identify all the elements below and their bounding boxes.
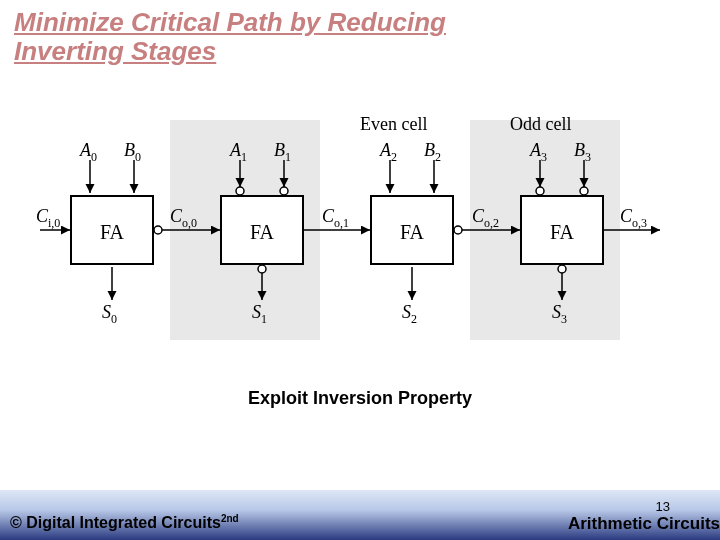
signal-a2: A2: [380, 140, 397, 165]
signal-a3: A3: [530, 140, 547, 165]
signal-b3: B3: [574, 140, 591, 165]
signal-b0: B0: [124, 140, 141, 165]
fa-cell-3: FA: [520, 195, 604, 265]
title-line2: Inverting Stages: [14, 36, 216, 66]
circuit-diagram: Even cell Odd cell: [40, 120, 680, 340]
signal-co3: Co,3: [620, 206, 647, 231]
fa-label: FA: [100, 221, 124, 243]
signal-co1: Co,1: [322, 206, 349, 231]
footer-topic: Arithmetic Circuits: [568, 514, 720, 534]
svg-point-22: [580, 187, 588, 195]
signal-s0: S0: [102, 302, 117, 327]
fa-cell-1: FA: [220, 195, 304, 265]
footer-copyright: © Digital Integrated Circuits2nd: [10, 513, 239, 532]
signal-b1: B1: [274, 140, 291, 165]
slide-title: Minimize Critical Path by Reducing Inver…: [0, 0, 720, 69]
fa-cell-0: FA: [70, 195, 154, 265]
footer-page-number: 13: [656, 499, 670, 514]
signal-cin: Ci,0: [36, 206, 60, 231]
signal-b2: B2: [424, 140, 441, 165]
fa-label: FA: [250, 221, 274, 243]
svg-point-20: [536, 187, 544, 195]
title-line1: Minimize Critical Path by Reducing: [14, 7, 446, 37]
signal-s1: S1: [252, 302, 267, 327]
signal-co2: Co,2: [472, 206, 499, 231]
diagram-caption: Exploit Inversion Property: [0, 388, 720, 409]
fa-cell-2: FA: [370, 195, 454, 265]
fa-label: FA: [550, 221, 574, 243]
svg-point-5: [154, 226, 162, 234]
svg-point-6: [454, 226, 462, 234]
slide-footer: © Digital Integrated Circuits2nd 13 Arit…: [0, 490, 720, 540]
signal-co0: Co,0: [170, 206, 197, 231]
svg-point-13: [280, 187, 288, 195]
signal-s2: S2: [402, 302, 417, 327]
svg-point-11: [236, 187, 244, 195]
signal-s3: S3: [552, 302, 567, 327]
fa-label: FA: [400, 221, 424, 243]
signal-a0: A0: [80, 140, 97, 165]
signal-a1: A1: [230, 140, 247, 165]
